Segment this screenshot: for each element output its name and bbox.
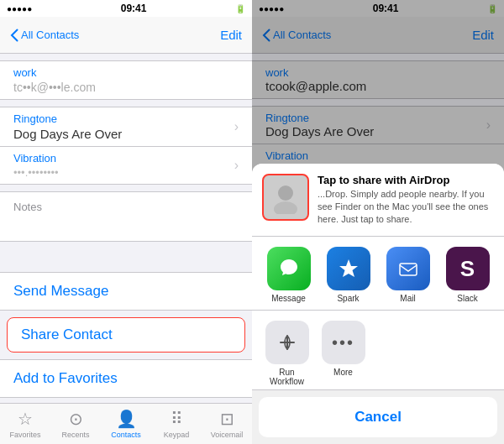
- content-left: work tc••k@•••le.com Ringtone Dog Days A…: [0, 54, 252, 403]
- contact-thumbnail: [262, 174, 309, 221]
- back-label-left: All Contacts: [21, 29, 79, 41]
- notes-cell: Notes: [0, 191, 252, 242]
- tab-contacts-left[interactable]: 👤 Contacts: [101, 409, 151, 439]
- mail-icon: [386, 247, 430, 290]
- right-panel: ●●●●● 09:41 🔋 All Contacts Edit work tco…: [252, 0, 504, 444]
- airdrop-header: Tap to share with AirDrop ...Drop. Simpl…: [262, 174, 494, 226]
- ringtone-cell[interactable]: Ringtone Dog Days Are Over ›: [0, 107, 252, 147]
- spark-label: Spark: [337, 294, 359, 303]
- share-sheet: Tap to share with AirDrop ...Drop. Simpl…: [252, 164, 504, 444]
- workflow-label: Run Workflow: [270, 368, 304, 386]
- keypad-icon-left: ⠿: [171, 409, 183, 429]
- ringtone-value: Dog Days Are Over: [13, 127, 122, 141]
- airdrop-text-block: Tap to share with AirDrop ...Drop. Simpl…: [318, 174, 494, 226]
- spacer2: [0, 353, 252, 359]
- workflow-icon: [265, 321, 309, 364]
- contacts-label-left: Contacts: [111, 431, 141, 439]
- airdrop-section: Tap to share with AirDrop ...Drop. Simpl…: [252, 164, 504, 237]
- cancel-button[interactable]: Cancel: [259, 397, 497, 437]
- mail-app[interactable]: Mail: [386, 247, 430, 303]
- contacts-icon-left: 👤: [116, 409, 137, 429]
- ringtone-chevron: ›: [234, 119, 239, 134]
- back-button-left[interactable]: All Contacts: [10, 29, 79, 42]
- messages-label: Message: [271, 294, 306, 303]
- more-dots: •••: [332, 333, 354, 353]
- empty-slot-2: [441, 321, 491, 386]
- signal-left: ●●●●●: [7, 4, 32, 13]
- add-favorites-button[interactable]: Add to Favorites: [0, 359, 252, 398]
- recents-icon-left: ⊙: [69, 409, 83, 429]
- send-message-button[interactable]: Send Message: [0, 272, 252, 311]
- voicemail-label-left: Voicemail: [211, 431, 244, 439]
- spark-app[interactable]: Spark: [327, 247, 370, 303]
- nav-bar-left: All Contacts Edit: [0, 17, 252, 54]
- time-left: 09:41: [121, 3, 147, 14]
- tab-bar-left: ☆ Favorites ⊙ Recents 👤 Contacts ⠿ Keypa…: [0, 403, 252, 444]
- spacer: [0, 311, 252, 317]
- voicemail-icon-left: ⊡: [220, 409, 234, 429]
- tab-keypad-left[interactable]: ⠿ Keypad: [151, 409, 202, 439]
- send-message-label: Send Message: [13, 283, 108, 299]
- favorites-icon-left: ☆: [18, 409, 33, 429]
- more-action[interactable]: ••• More: [322, 321, 365, 386]
- battery-left: 🔋: [235, 4, 245, 13]
- share-actions-row: Run Workflow ••• More: [252, 311, 504, 390]
- favorites-label-left: Favorites: [9, 431, 40, 439]
- share-apps-row: Message Spark: [252, 237, 504, 311]
- svg-point-0: [278, 185, 293, 201]
- share-sheet-overlay: Tap to share with AirDrop ...Drop. Simpl…: [252, 0, 504, 444]
- slack-label: Slack: [457, 294, 477, 303]
- slack-app[interactable]: S Slack: [446, 247, 490, 303]
- ringtone-label: Ringtone: [13, 112, 122, 127]
- share-contact-button[interactable]: Share Contact: [7, 317, 245, 353]
- airdrop-title: Tap to share with AirDrop: [318, 174, 494, 186]
- messages-icon: [267, 247, 311, 290]
- edit-button-left[interactable]: Edit: [220, 28, 242, 42]
- left-panel: ●●●●● 09:41 🔋 All Contacts Edit work tc•…: [0, 0, 252, 444]
- tab-voicemail-left[interactable]: ⊡ Voicemail: [202, 409, 252, 439]
- recents-label-left: Recents: [61, 431, 89, 439]
- tab-favorites-left[interactable]: ☆ Favorites: [0, 409, 50, 439]
- more-label: More: [333, 368, 353, 377]
- spark-icon: [327, 247, 370, 290]
- airdrop-desc: ...Drop. Simply add people nearby. If yo…: [318, 188, 494, 226]
- messages-app[interactable]: Message: [267, 247, 311, 303]
- vibration-value: •••.••••••••: [13, 166, 59, 179]
- share-contact-label: Share Contact: [21, 326, 113, 342]
- notes-label: Notes: [13, 201, 239, 213]
- slack-icon: S: [446, 247, 490, 290]
- vibration-chevron: ›: [234, 158, 239, 173]
- add-favorites-label: Add to Favorites: [13, 370, 118, 386]
- empty-slot-1: [378, 321, 428, 386]
- work-cell: work tc••k@•••le.com: [0, 60, 252, 100]
- mail-label: Mail: [400, 294, 415, 303]
- work-value: tc••k@•••le.com: [13, 81, 239, 94]
- vibration-cell[interactable]: Vibration •••.•••••••• ›: [0, 147, 252, 185]
- tab-recents-left[interactable]: ⊙ Recents: [50, 409, 101, 439]
- more-icon: •••: [322, 321, 365, 364]
- svg-point-1: [274, 201, 297, 214]
- cancel-label: Cancel: [354, 409, 402, 425]
- keypad-label-left: Keypad: [164, 431, 190, 439]
- work-label: work: [13, 66, 239, 81]
- workflow-action[interactable]: Run Workflow: [265, 321, 309, 386]
- vibration-label: Vibration: [13, 152, 59, 166]
- svg-rect-2: [400, 264, 417, 275]
- status-bar-left: ●●●●● 09:41 🔋: [0, 0, 252, 17]
